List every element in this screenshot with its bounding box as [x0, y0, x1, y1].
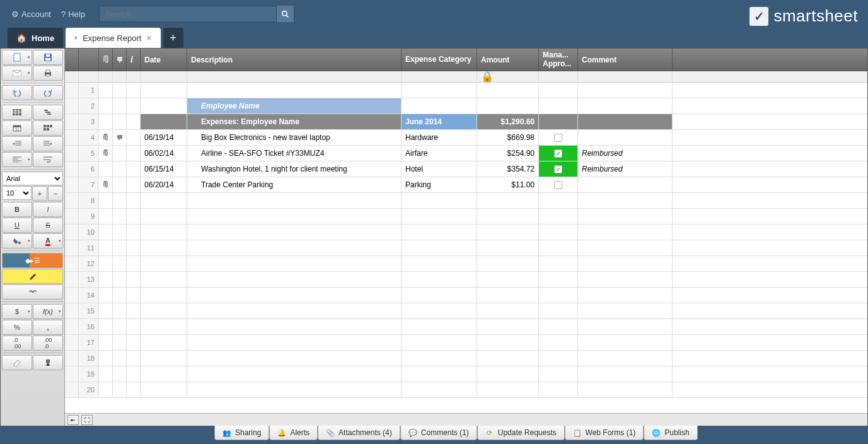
chevron-down-icon[interactable]: ▾: [74, 35, 78, 41]
amount-cell[interactable]: [477, 319, 539, 334]
row-number[interactable]: 15: [79, 303, 99, 318]
search-button[interactable]: [276, 6, 294, 22]
discussion-cell[interactable]: [113, 351, 127, 366]
date-cell[interactable]: 06/15/14: [141, 161, 187, 177]
date-cell[interactable]: [141, 114, 187, 129]
category-cell[interactable]: Parking: [402, 177, 477, 192]
description-cell[interactable]: [187, 256, 402, 271]
description-cell[interactable]: [187, 240, 402, 255]
attachment-cell[interactable]: [99, 366, 113, 382]
comment-cell[interactable]: [578, 240, 673, 255]
table-row[interactable]: 606/15/14Washington Hotel, 1 night for c…: [65, 161, 867, 177]
comment-cell[interactable]: [578, 177, 673, 192]
sharing-tab[interactable]: 👥Sharing: [214, 426, 269, 440]
search-input[interactable]: [100, 9, 276, 19]
category-cell[interactable]: [402, 225, 477, 240]
decrease-size-button[interactable]: −: [48, 186, 63, 201]
undo-button[interactable]: [2, 85, 32, 100]
row-number[interactable]: 13: [79, 272, 99, 287]
row-number[interactable]: 6: [79, 161, 99, 177]
email-button[interactable]: ▾: [2, 66, 32, 81]
description-cell[interactable]: [187, 272, 402, 287]
header-discussion[interactable]: [113, 49, 127, 71]
approval-cell[interactable]: [539, 209, 578, 224]
attachment-cell[interactable]: [99, 319, 113, 334]
table-row[interactable]: 12: [65, 256, 867, 272]
comment-cell[interactable]: Reimbursed: [578, 146, 673, 161]
attachment-cell[interactable]: [99, 351, 113, 366]
comment-cell[interactable]: [578, 319, 673, 334]
comment-cell[interactable]: [578, 288, 673, 303]
checkbox-icon[interactable]: ✓: [554, 165, 562, 173]
amount-cell[interactable]: $354.72: [477, 161, 539, 177]
calendar-view-button[interactable]: 31: [2, 120, 32, 136]
table-row[interactable]: 9: [65, 209, 867, 225]
fill-color-button[interactable]: ▾: [2, 233, 32, 248]
discussion-cell[interactable]: [113, 83, 127, 98]
approval-cell[interactable]: [539, 225, 578, 240]
row-number[interactable]: 11: [79, 240, 99, 255]
description-cell[interactable]: [187, 382, 402, 397]
discussion-cell[interactable]: [113, 272, 127, 287]
comment-cell[interactable]: [578, 351, 673, 366]
table-row[interactable]: 506/02/14Airline - SEA-SFO Ticket #Y33MU…: [65, 146, 867, 161]
print-button[interactable]: [33, 66, 63, 81]
gantt-view-button[interactable]: [33, 105, 63, 120]
row-number[interactable]: 12: [79, 256, 99, 271]
percent-button[interactable]: %: [2, 320, 32, 335]
decrease-decimal-button[interactable]: .0.00: [2, 336, 32, 351]
collapse-all-button[interactable]: ⇤: [67, 415, 79, 425]
approval-cell[interactable]: [539, 114, 578, 129]
strike-button[interactable]: S: [33, 218, 63, 233]
approval-cell[interactable]: [539, 83, 578, 98]
amount-cell[interactable]: [477, 98, 539, 114]
amount-cell[interactable]: [477, 209, 539, 224]
header-approval[interactable]: Mana... Appro...: [539, 49, 578, 71]
table-row[interactable]: 15: [65, 303, 867, 319]
text-color-button[interactable]: A▾: [33, 233, 63, 248]
row-number[interactable]: 17: [79, 335, 99, 350]
tab-expense-report[interactable]: ▾ Expense Report ×: [66, 28, 160, 48]
row-number[interactable]: 10: [79, 225, 99, 240]
date-cell[interactable]: [141, 209, 187, 224]
attachment-cell[interactable]: [99, 177, 113, 192]
amount-cell[interactable]: [477, 351, 539, 366]
header-comment[interactable]: Comment: [578, 49, 673, 71]
comment-cell[interactable]: [578, 256, 673, 271]
description-cell[interactable]: [187, 225, 402, 240]
attachment-cell[interactable]: [99, 130, 113, 145]
row-number[interactable]: 18: [79, 351, 99, 366]
close-icon[interactable]: ×: [146, 33, 151, 43]
category-cell[interactable]: June 2014: [402, 114, 477, 129]
increase-size-button[interactable]: +: [32, 186, 47, 201]
discussion-cell[interactable]: [113, 256, 127, 271]
amount-cell[interactable]: $254.90: [477, 146, 539, 161]
table-row[interactable]: 2Employee Name: [65, 98, 867, 114]
increase-decimal-button[interactable]: .00.0: [33, 336, 63, 351]
discussion-cell[interactable]: [113, 209, 127, 224]
row-number[interactable]: 1: [79, 83, 99, 98]
outdent-button[interactable]: [2, 136, 32, 151]
category-cell[interactable]: [402, 256, 477, 271]
category-cell[interactable]: [402, 240, 477, 255]
clear-format-button[interactable]: [2, 355, 32, 370]
description-cell[interactable]: Expenses: Employee Name: [187, 114, 402, 129]
attachment-cell[interactable]: [99, 83, 113, 98]
wrap-button[interactable]: [33, 152, 63, 167]
italic-button[interactable]: I: [33, 202, 63, 217]
description-cell[interactable]: Employee Name: [187, 98, 402, 114]
discussion-cell[interactable]: [113, 193, 127, 208]
redo-button[interactable]: [33, 85, 63, 100]
comment-cell[interactable]: [578, 193, 673, 208]
category-cell[interactable]: [402, 209, 477, 224]
save-button[interactable]: [33, 50, 63, 65]
date-cell[interactable]: [141, 83, 187, 98]
approval-cell[interactable]: [539, 177, 578, 192]
category-cell[interactable]: [402, 83, 477, 98]
row-number[interactable]: 3: [79, 114, 99, 129]
format-painter-button[interactable]: [33, 355, 63, 370]
discussion-cell[interactable]: [113, 335, 127, 350]
description-cell[interactable]: [187, 335, 402, 350]
date-cell[interactable]: [141, 303, 187, 318]
grid-body[interactable]: 12Employee Name3Expenses: Employee NameJ…: [65, 83, 867, 413]
